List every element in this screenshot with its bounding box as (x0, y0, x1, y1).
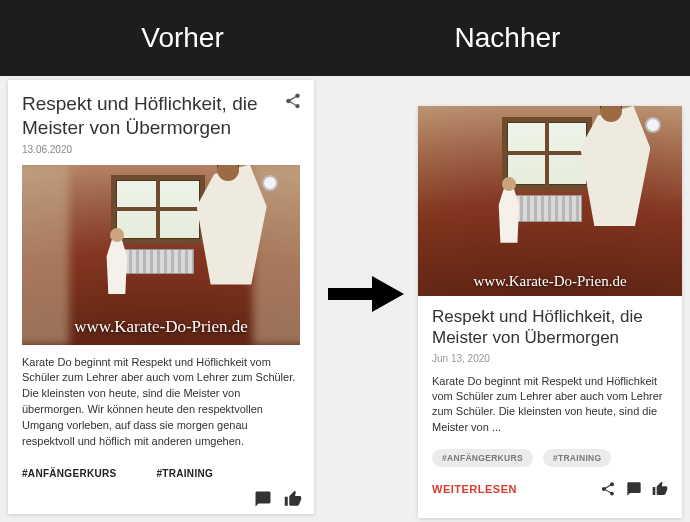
comment-icon[interactable] (254, 490, 272, 508)
tag-chip[interactable]: #ANFÄNGERKURS (432, 449, 533, 467)
post-image[interactable]: www.Karate-Do-Prien.de (418, 106, 682, 296)
post-image[interactable]: www.Karate-Do-Prien.de (22, 165, 300, 345)
share-icon[interactable] (600, 481, 616, 497)
post-excerpt: Karate Do beginnt mit Respekt und Höflic… (432, 374, 668, 436)
arrow-icon (328, 274, 404, 314)
post-date: 13.06.2020 (22, 144, 300, 155)
tag[interactable]: #TRAINING (156, 468, 213, 479)
post-excerpt: Karate Do beginnt mit Respekt und Höflic… (22, 355, 300, 451)
after-label: Nachher (345, 22, 690, 54)
tag-chip[interactable]: #TRAINING (543, 449, 612, 467)
comment-icon[interactable] (626, 481, 642, 497)
post-title[interactable]: Respekt und Höflichkeit, die Meister von… (432, 306, 668, 349)
like-icon[interactable] (284, 490, 302, 508)
share-icon[interactable] (284, 92, 302, 110)
tag[interactable]: #ANFÄNGERKURS (22, 468, 116, 479)
image-overlay-url: www.Karate-Do-Prien.de (22, 317, 300, 337)
image-overlay-url: www.Karate-Do-Prien.de (418, 273, 682, 290)
before-label: Vorher (0, 22, 345, 54)
like-icon[interactable] (652, 481, 668, 497)
post-title[interactable]: Respekt und Höflichkeit, die Meister von… (22, 92, 300, 140)
post-date: Jun 13, 2020 (432, 353, 668, 364)
after-card: www.Karate-Do-Prien.de Respekt und Höfli… (418, 106, 682, 518)
before-card: Respekt und Höflichkeit, die Meister von… (8, 80, 314, 514)
read-more-link[interactable]: WEITERLESEN (432, 483, 517, 495)
comparison-banner: Vorher Nachher (0, 0, 690, 76)
